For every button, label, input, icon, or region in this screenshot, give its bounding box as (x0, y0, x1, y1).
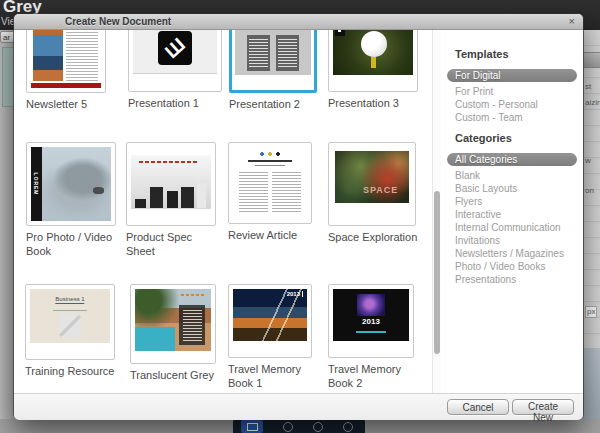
category-flyers[interactable]: Flyers (447, 195, 577, 208)
template-art: 2013 (333, 289, 409, 353)
template-thumbnail[interactable] (128, 30, 222, 92)
category-blank[interactable]: Blank (447, 169, 577, 182)
template-label: Space Exploration (328, 230, 433, 244)
filter-custom-team[interactable]: Custom - Team (447, 111, 577, 124)
cancel-button[interactable]: Cancel (447, 399, 509, 415)
template-label: Travel Memory Book 2 (328, 362, 424, 390)
categories-heading: Categories (455, 132, 583, 145)
template-art (235, 30, 311, 87)
template-art: LOREM (31, 147, 111, 221)
template-label: Presentation 1 (128, 96, 224, 110)
category-presentations[interactable]: Presentations (447, 273, 577, 286)
filter-for-digital[interactable]: For Digital (447, 69, 577, 82)
create-new-button[interactable]: Create New (512, 399, 574, 415)
template-art-text: 2013 (333, 317, 409, 326)
screen: Grey View ar st aizin w on px Create New… (0, 0, 600, 433)
template-label: Presentation 2 (229, 97, 325, 111)
template-thumbnail[interactable]: Business 1 (25, 284, 115, 360)
template-card-travel-memory-book-2[interactable]: 2013Travel Memory Book 2 (328, 284, 424, 390)
scrollbar-thumb[interactable] (434, 191, 440, 354)
template-label: Presentation 3 (328, 96, 424, 110)
template-label: Review Article (228, 228, 324, 242)
template-art: SPACE (333, 147, 411, 221)
template-card-translucent-grey[interactable]: Translucent Grey (130, 284, 226, 382)
background-inspector-fragment: on (585, 186, 594, 196)
template-filter-list: For DigitalFor PrintCustom - PersonalCus… (447, 69, 577, 124)
template-label: Training Resource (25, 364, 121, 378)
template-thumbnail[interactable]: LOREM (26, 142, 116, 226)
template-thumbnail[interactable]: 2013 (228, 284, 312, 358)
badge-icon[interactable] (313, 422, 323, 432)
badge-icon[interactable] (343, 422, 353, 432)
category-all-categories[interactable]: All Categories (447, 153, 577, 166)
template-label: Newsletter 5 (26, 97, 122, 111)
template-card-newsletter-5[interactable]: Newsletter 5 (26, 30, 122, 111)
template-art-text: 2013 (287, 291, 303, 297)
template-card-presentation-1[interactable]: Presentation 1 (128, 30, 224, 110)
template-art (333, 30, 413, 87)
template-thumbnail[interactable] (130, 284, 216, 364)
template-art-text: SPACE (363, 185, 398, 195)
template-label: Translucent Grey (130, 368, 226, 382)
template-art (131, 147, 211, 221)
dialog-footer: Cancel Create New (14, 393, 583, 420)
template-thumbnail[interactable] (26, 30, 106, 93)
background-inspector-fragment: w (585, 156, 591, 166)
category-internal-communication[interactable]: Internal Communication (447, 221, 577, 234)
dialog-title: Create New Document (65, 14, 171, 29)
template-thumbnail[interactable] (229, 30, 317, 93)
grid-scrollbar[interactable] (432, 30, 441, 393)
template-grid: Newsletter 5Presentation 1Presentation 2… (14, 30, 433, 393)
template-card-presentation-3[interactable]: Presentation 3 (328, 30, 424, 110)
template-thumbnail[interactable] (228, 142, 312, 224)
template-thumbnail[interactable]: 2013 (328, 284, 414, 358)
background-inspector-header (583, 52, 600, 68)
badge-icon[interactable] (283, 422, 293, 432)
template-art (233, 147, 307, 219)
filter-custom-personal[interactable]: Custom - Personal (447, 98, 577, 111)
dialog-content: Newsletter 5Presentation 1Presentation 2… (14, 30, 583, 393)
template-card-presentation-2[interactable]: Presentation 2 (229, 30, 325, 111)
template-label: Pro Photo / Video Book (26, 230, 122, 258)
template-card-training-resource[interactable]: Business 1Training Resource (25, 284, 121, 378)
template-thumbnail[interactable]: SPACE (328, 142, 416, 226)
category-newsletters-magazines[interactable]: Newsletters / Magazines (447, 247, 577, 260)
background-inspector-fragment: aizin (585, 98, 600, 108)
background-inspector-fragment: st (585, 82, 591, 92)
create-new-document-dialog: Create New Document × Newsletter 5Presen… (14, 14, 583, 419)
filter-sidebar: Templates For DigitalFor PrintCustom - P… (441, 30, 583, 393)
template-card-pro-photo-video-book[interactable]: LOREMPro Photo / Video Book (26, 142, 122, 258)
background-inspector-fragment: px (585, 306, 597, 318)
template-label: Product Spec Sheet (126, 230, 222, 258)
template-art-text: Business 1 (55, 296, 84, 304)
template-art (31, 30, 101, 88)
templates-heading: Templates (455, 48, 583, 61)
template-art (135, 289, 211, 359)
dialog-titlebar[interactable]: Create New Document × (14, 14, 583, 30)
template-thumbnail[interactable] (126, 142, 216, 226)
background-toolbar-button-fragment: ar (0, 31, 15, 43)
template-card-travel-memory-book-1[interactable]: 2013Travel Memory Book 1 (228, 284, 324, 390)
category-filter-list: All CategoriesBlankBasic LayoutsFlyersIn… (447, 153, 577, 286)
category-invitations[interactable]: Invitations (447, 234, 577, 247)
template-art (133, 30, 217, 87)
template-art-text: LOREM (33, 172, 39, 195)
close-icon[interactable]: × (569, 14, 575, 28)
template-thumbnail[interactable] (328, 30, 418, 92)
category-basic-layouts[interactable]: Basic Layouts (447, 182, 577, 195)
monitor-icon[interactable] (241, 420, 263, 433)
background-status-toolbar (233, 419, 365, 433)
filter-for-print[interactable]: For Print (447, 85, 577, 98)
category-photo-video-books[interactable]: Photo / Video Books (447, 260, 577, 273)
template-card-product-spec-sheet[interactable]: Product Spec Sheet (126, 142, 222, 258)
category-interactive[interactable]: Interactive (447, 208, 577, 221)
template-art: Business 1 (30, 289, 110, 355)
template-label: Travel Memory Book 1 (228, 362, 324, 390)
template-card-review-article[interactable]: Review Article (228, 142, 324, 242)
template-art: 2013 (233, 289, 307, 353)
template-card-space-exploration[interactable]: SPACESpace Exploration (328, 142, 433, 244)
